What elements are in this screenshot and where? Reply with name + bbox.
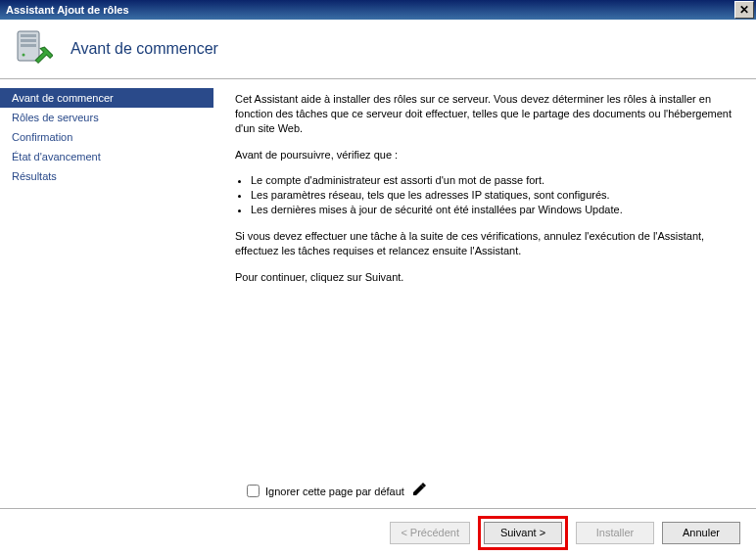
cancel-hint: Si vous devez effectuer une tâche à la s… bbox=[235, 229, 736, 258]
title-bar: Assistant Ajout de rôles ✕ bbox=[0, 0, 756, 20]
svg-rect-1 bbox=[21, 34, 36, 37]
wizard-content: Cet Assistant aide à installer des rôles… bbox=[213, 78, 756, 509]
skip-page-checkbox[interactable] bbox=[247, 485, 260, 497]
nav-step-confirmation[interactable]: Confirmation bbox=[0, 127, 213, 147]
nav-step-progress[interactable]: État d'avancement bbox=[0, 147, 213, 166]
svg-rect-2 bbox=[21, 39, 36, 42]
close-button[interactable]: ✕ bbox=[734, 1, 754, 19]
nav-step-before-you-begin[interactable]: Avant de commencer bbox=[0, 88, 213, 108]
verify-item: Les paramètres réseau, tels que les adre… bbox=[251, 188, 736, 203]
verify-list: Le compte d'administrateur est assorti d… bbox=[235, 173, 736, 217]
intro-text: Cet Assistant aide à installer des rôles… bbox=[235, 92, 736, 136]
wizard-header: Avant de commencer bbox=[0, 20, 756, 79]
server-role-icon bbox=[14, 29, 53, 69]
previous-button: < Précédent bbox=[390, 522, 470, 544]
wizard-button-bar: < Précédent Suivant > Installer Annuler bbox=[0, 508, 756, 556]
svg-rect-3 bbox=[21, 44, 36, 47]
page-title: Avant de commencer bbox=[71, 40, 218, 58]
install-button: Installer bbox=[576, 522, 654, 544]
window-title: Assistant Ajout de rôles bbox=[6, 4, 734, 16]
next-button[interactable]: Suivant > bbox=[484, 522, 562, 544]
nav-step-results[interactable]: Résultats bbox=[0, 166, 213, 186]
cursor-pencil-icon bbox=[411, 482, 427, 499]
skip-page-row: Ignorer cette page par défaut bbox=[247, 485, 404, 497]
verify-item: Les dernières mises à jour de sécurité o… bbox=[251, 203, 736, 217]
verify-item: Le compte d'administrateur est assorti d… bbox=[251, 173, 736, 188]
continue-hint: Pour continuer, cliquez sur Suivant. bbox=[235, 270, 736, 285]
svg-point-4 bbox=[23, 54, 25, 57]
verify-heading: Avant de poursuivre, vérifiez que : bbox=[235, 148, 736, 162]
wizard-steps-nav: Avant de commencer Rôles de serveurs Con… bbox=[0, 78, 213, 509]
close-icon: ✕ bbox=[739, 4, 749, 16]
cancel-button[interactable]: Annuler bbox=[662, 522, 740, 544]
skip-page-label: Ignorer cette page par défaut bbox=[265, 486, 404, 497]
next-button-highlight: Suivant > bbox=[478, 516, 568, 550]
nav-step-server-roles[interactable]: Rôles de serveurs bbox=[0, 108, 213, 127]
